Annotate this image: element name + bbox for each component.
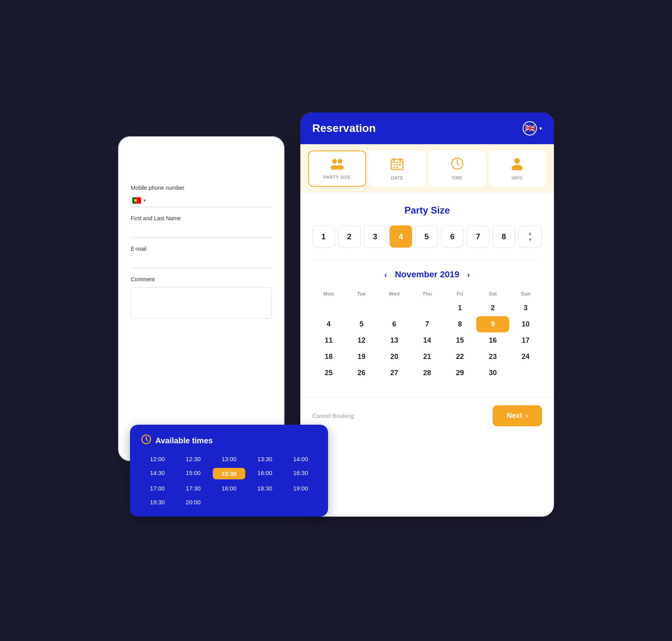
calendar-week-2: 4 5 6 7 8 9 10 [312,316,542,332]
cal-day-6[interactable]: 6 [378,316,411,332]
language-selector[interactable]: 🇬🇧 ▾ [523,121,542,135]
party-btn-4[interactable]: 4 [389,225,412,248]
stepper-down-icon[interactable]: ▼ [528,237,533,242]
step-info[interactable]: INFO [489,151,546,187]
cal-day-empty [378,300,411,316]
cancel-booking-link[interactable]: Cancel Booking [312,412,354,419]
times-title: Available times [155,436,213,445]
cal-day-22[interactable]: 22 [443,349,476,365]
cal-day-20[interactable]: 20 [378,349,411,365]
cal-day-27[interactable]: 27 [378,365,411,381]
cal-day-14[interactable]: 14 [411,332,444,349]
time-slot-1330[interactable]: 13:30 [248,454,281,464]
time-slot-1400[interactable]: 14:00 [284,454,317,464]
time-slot-1700[interactable]: 17:00 [141,483,174,493]
party-btn-2[interactable]: 2 [338,225,361,248]
svg-point-2 [134,199,137,202]
cal-day-25[interactable]: 25 [312,365,345,381]
calendar-prev-button[interactable]: ‹ [384,270,387,279]
name-input[interactable] [131,225,272,238]
cal-day-18[interactable]: 18 [312,349,345,365]
step-time-label: TIME [452,176,463,180]
phone-label: Mobile phone number [131,185,272,191]
cal-day-12[interactable]: 12 [345,332,378,349]
portugal-flag-icon [132,197,141,204]
party-btn-8[interactable]: 8 [493,225,515,248]
cal-day-13[interactable]: 13 [378,332,411,349]
cal-day-empty [509,365,542,381]
comment-input[interactable] [131,287,272,319]
cal-day-16[interactable]: 16 [476,332,509,349]
cal-day-4[interactable]: 4 [312,316,345,332]
party-btn-7[interactable]: 7 [467,225,489,248]
svg-point-5 [338,159,342,164]
cal-day-17[interactable]: 17 [509,332,542,349]
lang-chevron-icon: ▾ [539,125,542,132]
uk-flag-icon: 🇬🇧 [523,121,537,135]
step-time[interactable]: TIME [428,151,486,187]
time-slot-1300[interactable]: 13:00 [213,454,245,464]
time-slot-1530[interactable]: 15:30 [213,468,245,479]
time-slot-1630[interactable]: 16:30 [284,468,317,479]
step-date[interactable]: DATE [368,151,426,187]
time-slot-1500[interactable]: 15:00 [177,468,209,479]
cal-day-23[interactable]: 23 [476,349,509,365]
reservation-title: Reservation [312,122,376,135]
cal-day-29[interactable]: 29 [443,365,476,381]
times-grid: 12:00 12:30 13:00 13:30 14:00 14:30 15:0… [141,454,317,507]
cal-day-11[interactable]: 11 [312,332,345,349]
calendar-week-3: 11 12 13 14 15 16 17 [312,332,542,349]
calendar-week-4: 18 19 20 21 22 23 24 [312,349,542,365]
time-slot-1230[interactable]: 12:30 [177,454,209,464]
party-stepper[interactable]: ▲ ▼ [518,225,542,248]
cal-day-8[interactable]: 8 [443,316,476,332]
calendar-header: ‹ November 2019 › [312,269,542,280]
weekday-sat: Sat [476,288,509,300]
svg-point-4 [332,159,337,164]
svg-rect-13 [396,164,398,166]
date-icon [390,157,404,173]
calendar-week-5: 25 26 27 28 29 30 [312,365,542,381]
cal-day-28[interactable]: 28 [411,365,444,381]
name-label: First and Last Name [131,215,272,221]
card-body: Party Size 1 2 3 4 5 6 7 8 ▲ ▼ ‹ Novembe… [300,193,554,393]
cal-day-19[interactable]: 19 [345,349,378,365]
weekday-tue: Tue [345,288,378,300]
email-input[interactable] [131,255,272,268]
svg-rect-12 [393,164,395,166]
calendar-next-button[interactable]: › [467,270,470,279]
party-btn-5[interactable]: 5 [415,225,438,248]
cal-day-24[interactable]: 24 [509,349,542,365]
cal-day-3[interactable]: 3 [509,300,542,316]
party-size-grid: 1 2 3 4 5 6 7 8 ▲ ▼ [312,225,542,248]
cal-day-2[interactable]: 2 [476,300,509,316]
time-slot-1600[interactable]: 16:00 [248,468,281,479]
step-party-size[interactable]: PARTY SIZE [308,151,366,187]
time-slot-1430[interactable]: 14:30 [141,468,174,479]
cal-day-1[interactable]: 1 [443,300,476,316]
time-slot-2000[interactable]: 20:00 [177,497,209,507]
cal-day-30[interactable]: 30 [476,365,509,381]
cal-day-7[interactable]: 7 [411,316,444,332]
cal-day-21[interactable]: 21 [411,349,444,365]
step-info-label: INFO [512,176,523,180]
cal-day-15[interactable]: 15 [443,332,476,349]
time-slot-1800[interactable]: 18:00 [213,483,245,493]
party-btn-3[interactable]: 3 [364,225,386,248]
time-slot-1930[interactable]: 19:30 [141,497,174,507]
time-slot-1900[interactable]: 19:00 [284,483,317,493]
cal-day-5[interactable]: 5 [345,316,378,332]
info-icon [511,157,523,173]
cal-day-26[interactable]: 26 [345,365,378,381]
time-slot-1200[interactable]: 12:00 [141,454,174,464]
next-button[interactable]: Next › [493,405,542,426]
cal-day-9-selected[interactable]: 9 [476,316,509,332]
time-slot-1830[interactable]: 18:30 [248,483,281,493]
stepper-up-icon[interactable]: ▲ [528,231,533,236]
background-form-card: Mobile phone number ▾ First and Last Nam… [118,136,284,461]
time-slot-1730[interactable]: 17:30 [177,483,209,493]
cal-day-10[interactable]: 10 [509,316,542,332]
party-btn-1[interactable]: 1 [312,225,335,248]
main-reservation-card: Reservation 🇬🇧 ▾ PARTY SIZE [300,113,554,517]
party-btn-6[interactable]: 6 [441,225,464,248]
